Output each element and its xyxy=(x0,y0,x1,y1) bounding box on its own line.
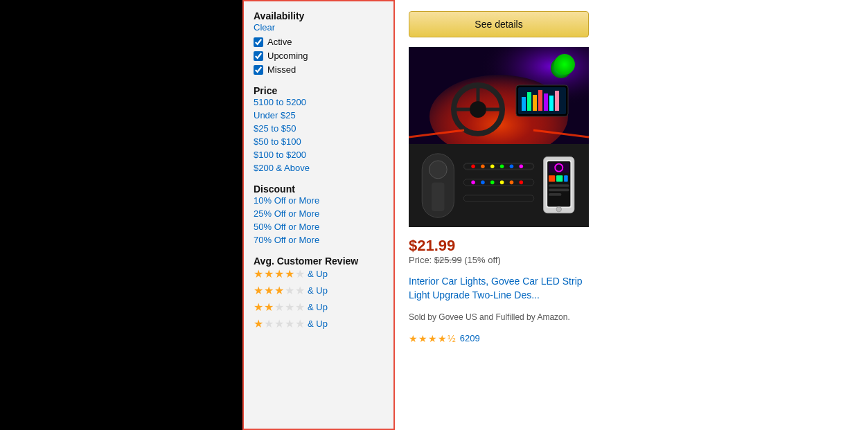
car-interior-top xyxy=(409,47,589,144)
price-25to50-link[interactable]: $25 to $50 xyxy=(254,123,384,134)
star4-empty: ★ xyxy=(285,284,294,297)
product-title-link[interactable]: Interior Car Lights, Govee Car LED Strip… xyxy=(409,275,589,302)
price-50to100-link[interactable]: $50 to $100 xyxy=(254,136,384,147)
review-2up-stars: ★ ★ ★ ★ ★ xyxy=(254,301,305,314)
price-under25-link[interactable]: Under $25 xyxy=(254,110,384,120)
product-star-1: ★ xyxy=(409,333,418,344)
product-star-half: ½ xyxy=(448,333,456,344)
star5-empty: ★ xyxy=(295,284,305,297)
review-3up-label[interactable]: & Up xyxy=(308,285,328,296)
svg-rect-16 xyxy=(555,91,559,111)
missed-label: Missed xyxy=(267,64,296,75)
review-title: Avg. Customer Review xyxy=(254,256,358,267)
left-black-panel xyxy=(0,0,242,430)
star2: ★ xyxy=(264,301,274,314)
svg-rect-52 xyxy=(549,193,561,196)
svg-point-53 xyxy=(556,206,561,211)
missed-checkbox[interactable] xyxy=(254,65,263,75)
svg-point-32 xyxy=(520,165,524,169)
star3-empty: ★ xyxy=(274,317,284,330)
svg-rect-15 xyxy=(549,96,553,111)
price-title: Price xyxy=(254,85,277,96)
discount-title: Discount xyxy=(254,183,295,195)
svg-rect-11 xyxy=(527,92,531,111)
review-2up-row[interactable]: ★ ★ ★ ★ ★ & Up xyxy=(254,301,384,314)
price-range-text: 5100 to 5200 xyxy=(254,97,384,107)
discount-70off-link[interactable]: 70% Off or More xyxy=(254,235,384,245)
svg-point-27 xyxy=(471,165,475,169)
star1: ★ xyxy=(254,301,263,314)
svg-rect-40 xyxy=(463,195,534,201)
star3-empty: ★ xyxy=(274,301,284,314)
active-checkbox[interactable] xyxy=(254,37,263,47)
product-current-price: $21.99 xyxy=(409,237,854,255)
star2: ★ xyxy=(264,284,274,297)
price-200above-link[interactable]: $200 & Above xyxy=(254,163,384,173)
availability-active-item: Active xyxy=(254,37,384,47)
review-4up-row[interactable]: ★ ★ ★ ★ ★ & Up xyxy=(254,267,384,280)
star4-empty: ★ xyxy=(285,317,294,330)
product-original-price-row: Price: $25.99 (15% off) xyxy=(409,255,854,265)
product-star-rating: ★ ★ ★ ★ ½ xyxy=(409,333,456,344)
product-rating-row: ★ ★ ★ ★ ½ 6209 xyxy=(409,333,854,344)
product-sold-by: Sold by Govee US and Fulfilled by Amazon… xyxy=(409,312,589,323)
review-3up-stars: ★ ★ ★ ★ ★ xyxy=(254,284,305,297)
svg-point-28 xyxy=(481,165,485,169)
review-4up-label[interactable]: & Up xyxy=(308,269,328,279)
review-2up-label[interactable]: & Up xyxy=(308,302,328,312)
product-star-2: ★ xyxy=(418,333,427,344)
star2-empty: ★ xyxy=(264,317,274,330)
availability-title: Availability xyxy=(254,10,304,21)
star1: ★ xyxy=(254,284,263,297)
svg-point-23 xyxy=(429,161,447,179)
svg-point-35 xyxy=(481,181,485,185)
svg-rect-47 xyxy=(549,175,555,181)
svg-point-17 xyxy=(551,57,572,78)
upcoming-checkbox[interactable] xyxy=(254,51,263,61)
availability-section: Availability Clear Active Upcoming Misse… xyxy=(254,10,384,75)
accessories-svg xyxy=(416,144,582,227)
see-details-button[interactable]: See details xyxy=(409,11,589,37)
discount-section: Discount 10% Off or More 25% Off or More… xyxy=(254,183,384,245)
review-1up-label[interactable]: & Up xyxy=(308,319,328,329)
svg-rect-24 xyxy=(432,182,444,211)
svg-point-34 xyxy=(471,181,475,185)
car-product-accessories xyxy=(409,144,589,227)
star3: ★ xyxy=(274,284,284,297)
filter-panel: Availability Clear Active Upcoming Misse… xyxy=(242,0,395,430)
svg-point-39 xyxy=(520,181,524,185)
product-image xyxy=(409,47,589,227)
svg-point-29 xyxy=(490,165,495,169)
car-interior-svg xyxy=(409,47,589,144)
price-label: Price: xyxy=(409,255,432,265)
review-section: Avg. Customer Review ★ ★ ★ ★ ★ & Up ★ ★ … xyxy=(254,255,384,330)
svg-point-37 xyxy=(500,181,504,185)
discount-25off-link[interactable]: 25% Off or More xyxy=(254,208,384,219)
product-review-count[interactable]: 6209 xyxy=(460,333,480,343)
star4: ★ xyxy=(285,267,294,280)
star3: ★ xyxy=(274,267,284,280)
svg-rect-13 xyxy=(538,90,542,111)
svg-point-36 xyxy=(490,181,495,185)
price-100to200-link[interactable]: $100 to $200 xyxy=(254,150,384,160)
star4-empty: ★ xyxy=(285,301,294,314)
availability-upcoming-item: Upcoming xyxy=(254,51,384,61)
star5-empty: ★ xyxy=(295,267,305,280)
review-3up-row[interactable]: ★ ★ ★ ★ ★ & Up xyxy=(254,284,384,297)
svg-point-30 xyxy=(500,165,504,169)
discount-10off-link[interactable]: 10% Off or More xyxy=(254,195,384,206)
clear-availability-link[interactable]: Clear xyxy=(254,22,384,33)
svg-rect-50 xyxy=(549,184,569,187)
svg-rect-14 xyxy=(544,93,548,111)
svg-rect-12 xyxy=(533,95,537,111)
svg-point-4 xyxy=(470,101,486,118)
product-star-3: ★ xyxy=(428,333,437,344)
review-1up-row[interactable]: ★ ★ ★ ★ ★ & Up xyxy=(254,317,384,330)
star5-empty: ★ xyxy=(295,301,305,314)
svg-rect-51 xyxy=(549,189,569,192)
availability-missed-item: Missed xyxy=(254,64,384,75)
product-price-section: $21.99 Price: $25.99 (15% off) xyxy=(409,237,854,265)
star1: ★ xyxy=(254,317,263,330)
discount-50off-link[interactable]: 50% Off or More xyxy=(254,222,384,232)
review-1up-stars: ★ ★ ★ ★ ★ xyxy=(254,317,305,330)
